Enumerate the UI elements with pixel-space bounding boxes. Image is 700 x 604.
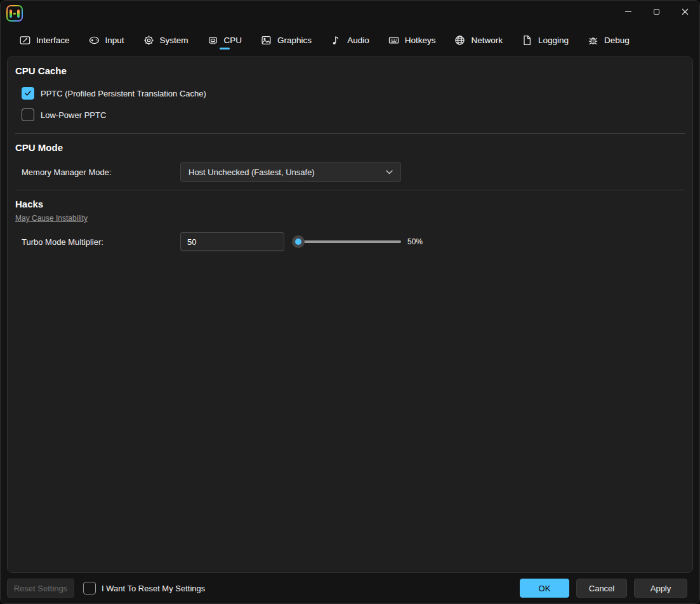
pptc-label: PPTC (Profiled Persistent Translation Ca… xyxy=(41,89,206,98)
maximize-button[interactable] xyxy=(642,1,671,22)
slider-track xyxy=(298,240,401,243)
tab-label: Audio xyxy=(347,36,369,45)
tab-hotkeys[interactable]: Hotkeys xyxy=(388,23,436,56)
tab-network[interactable]: Network xyxy=(454,23,503,56)
network-icon xyxy=(454,35,465,46)
section-title-hacks: Hacks xyxy=(15,198,685,211)
tab-label: Logging xyxy=(538,36,569,45)
tab-label: System xyxy=(160,36,188,45)
tab-audio[interactable]: Audio xyxy=(331,23,369,56)
reset-confirm-checkbox[interactable] xyxy=(83,582,96,594)
section-title-cpu-cache: CPU Cache xyxy=(15,65,685,77)
cpu-icon xyxy=(208,35,218,46)
minimize-icon xyxy=(625,11,631,12)
low-power-pptc-label: Low-Power PPTC xyxy=(41,110,106,120)
hotkeys-icon xyxy=(388,35,399,46)
debug-icon xyxy=(588,35,598,46)
minimize-button[interactable] xyxy=(614,1,642,22)
memory-manager-row: Memory Manager Mode: Host Unchecked (Fas… xyxy=(15,162,685,182)
tab-logging[interactable]: Logging xyxy=(522,23,569,56)
memory-manager-selected-value: Host Unchecked (Fastest, Unsafe) xyxy=(188,167,315,177)
tab-label: Input xyxy=(105,36,124,45)
system-icon xyxy=(143,35,154,46)
logging-icon xyxy=(522,35,532,46)
graphics-icon xyxy=(261,35,272,46)
tab-label: Debug xyxy=(604,36,630,45)
turbo-multiplier-input[interactable] xyxy=(180,232,284,251)
tab-cpu[interactable]: CPU xyxy=(208,23,242,56)
tab-label: CPU xyxy=(224,36,242,45)
maximize-icon xyxy=(654,9,659,15)
turbo-multiplier-percent: 50% xyxy=(407,237,423,246)
section-divider xyxy=(15,133,685,134)
tab-debug[interactable]: Debug xyxy=(588,23,630,56)
close-button[interactable] xyxy=(671,1,699,22)
tab-system[interactable]: System xyxy=(143,23,188,56)
ryujinx-logo-icon xyxy=(8,6,22,20)
tab-label: Hotkeys xyxy=(405,36,436,45)
tab-bar: Interface Input System CPU Graphics Audi… xyxy=(1,23,699,56)
settings-window: Interface Input System CPU Graphics Audi… xyxy=(0,0,700,604)
titlebar xyxy=(1,1,699,23)
tab-interface[interactable]: Interface xyxy=(20,23,70,56)
cancel-button[interactable]: Cancel xyxy=(576,579,627,598)
close-icon xyxy=(682,8,689,15)
tab-input[interactable]: Input xyxy=(89,23,124,56)
cpu-settings-panel: CPU Cache PPTC (Profiled Persistent Tran… xyxy=(7,56,693,573)
ok-button[interactable]: OK xyxy=(520,579,569,598)
section-title-cpu-mode: CPU Mode xyxy=(15,141,685,154)
tab-label: Graphics xyxy=(277,36,312,45)
reset-settings-button[interactable]: Reset Settings xyxy=(7,579,74,598)
turbo-multiplier-slider[interactable] xyxy=(292,235,401,248)
section-divider xyxy=(15,190,685,190)
input-icon xyxy=(89,35,100,46)
window-controls xyxy=(614,1,699,22)
app-icon xyxy=(6,5,23,22)
memory-manager-label: Memory Manager Mode: xyxy=(22,167,180,177)
footer-bar: Reset Settings I Want To Reset My Settin… xyxy=(1,573,699,603)
audio-icon xyxy=(331,35,341,46)
low-power-pptc-option-row: Low-Power PPTC xyxy=(15,104,685,126)
pptc-option-row: PPTC (Profiled Persistent Translation Ca… xyxy=(15,82,685,104)
tab-label: Network xyxy=(471,36,503,45)
tab-graphics[interactable]: Graphics xyxy=(261,23,312,56)
memory-manager-dropdown[interactable]: Host Unchecked (Fastest, Unsafe) xyxy=(180,162,401,182)
tab-label: Interface xyxy=(36,36,70,45)
chevron-down-icon xyxy=(386,170,393,174)
low-power-pptc-checkbox[interactable] xyxy=(22,108,34,121)
turbo-multiplier-label: Turbo Mode Multiplier: xyxy=(22,237,180,247)
footer-actions: OK Cancel Apply xyxy=(520,579,687,598)
interface-icon xyxy=(20,35,30,46)
apply-button[interactable]: Apply xyxy=(634,579,687,598)
slider-thumb[interactable] xyxy=(292,235,305,248)
instability-warning-link: May Cause Instability xyxy=(15,213,88,223)
checkmark-icon xyxy=(24,89,32,97)
reset-confirm-label: I Want To Reset My Settings xyxy=(102,584,205,593)
pptc-checkbox[interactable] xyxy=(22,87,34,100)
turbo-multiplier-row: Turbo Mode Multiplier: 50% xyxy=(15,232,685,251)
